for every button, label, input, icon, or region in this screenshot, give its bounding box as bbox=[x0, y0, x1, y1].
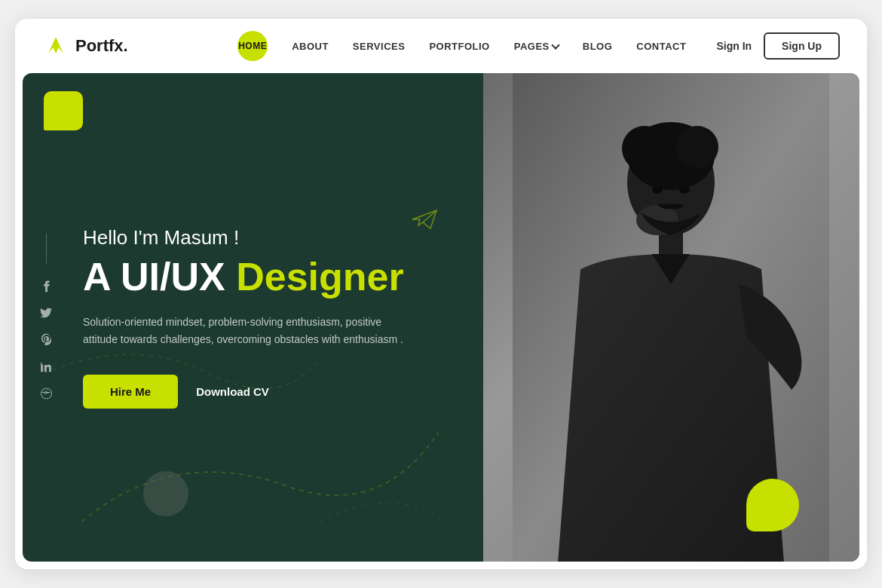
svg-point-7 bbox=[676, 126, 718, 168]
logo-icon bbox=[42, 32, 69, 60]
nav-item-contact[interactable]: CONTACT bbox=[636, 39, 686, 53]
logo-area: Portfx. bbox=[42, 32, 128, 60]
nav-link-pages[interactable]: PAGES bbox=[514, 41, 550, 52]
nav-link-portfolio[interactable]: PORTFOLIO bbox=[429, 41, 489, 52]
hero-title-part1: A UI/UX bbox=[83, 255, 236, 299]
svg-point-6 bbox=[622, 126, 667, 171]
page-wrapper: Portfx. HOME ABOUT SERVICES PORTFOLIO PA… bbox=[15, 19, 867, 569]
nav-actions: Sign In Sign Up bbox=[716, 32, 840, 60]
nav-item-pages[interactable]: PAGES bbox=[514, 41, 559, 52]
twitter-icon[interactable] bbox=[39, 308, 53, 320]
pages-dropdown-icon bbox=[551, 41, 559, 49]
hire-me-button[interactable]: Hire Me bbox=[83, 375, 178, 409]
hero-left-panel: stroke="rgba(255,255,255,0.6)" stroke-wi… bbox=[23, 73, 483, 562]
hero-content: Hello I'm Masum ! A UI/UX Designer Solut… bbox=[83, 226, 415, 409]
hero-photo bbox=[483, 73, 860, 562]
nav-link-about[interactable]: ABOUT bbox=[292, 41, 329, 52]
nav-item-services[interactable]: SERVICES bbox=[353, 39, 406, 53]
nav-link-services[interactable]: SERVICES bbox=[353, 41, 406, 52]
deco-blob bbox=[746, 479, 799, 531]
signin-button[interactable]: Sign In bbox=[716, 40, 752, 52]
hero-description: Solution-oriented mindset, problem-solvi… bbox=[83, 314, 415, 348]
hero-right-panel bbox=[483, 73, 860, 562]
dribbble-icon[interactable]: stroke="rgba(255,255,255,0.6)" stroke-wi… bbox=[39, 388, 53, 402]
facebook-icon[interactable] bbox=[39, 280, 53, 295]
linkedin-icon[interactable] bbox=[39, 362, 53, 375]
deco-square bbox=[44, 91, 83, 130]
signup-button[interactable]: Sign Up bbox=[764, 32, 840, 60]
navbar: Portfx. HOME ABOUT SERVICES PORTFOLIO PA… bbox=[15, 19, 867, 73]
hero-greeting: Hello I'm Masum ! bbox=[83, 226, 415, 250]
nav-item-portfolio[interactable]: PORTFOLIO bbox=[429, 39, 489, 53]
hero-buttons: Hire Me Download CV bbox=[83, 375, 415, 409]
nav-link-contact[interactable]: CONTACT bbox=[636, 41, 686, 52]
svg-marker-1 bbox=[50, 40, 62, 52]
nav-item-home[interactable]: HOME bbox=[237, 31, 268, 61]
nav-links: HOME ABOUT SERVICES PORTFOLIO PAGES BLOG… bbox=[237, 31, 686, 61]
pinterest-icon[interactable] bbox=[39, 334, 53, 348]
nav-item-about[interactable]: ABOUT bbox=[292, 39, 329, 53]
nav-link-home[interactable]: HOME bbox=[237, 31, 268, 61]
hero-section: stroke="rgba(255,255,255,0.6)" stroke-wi… bbox=[23, 73, 859, 562]
hero-title-highlight: Designer bbox=[236, 255, 404, 299]
brand-name: Portfx. bbox=[75, 36, 128, 56]
hero-title: A UI/UX Designer bbox=[83, 256, 415, 299]
deco-circle-bottom bbox=[143, 471, 188, 516]
social-line-top bbox=[46, 234, 47, 264]
svg-point-2 bbox=[41, 388, 51, 399]
download-cv-button[interactable]: Download CV bbox=[196, 385, 269, 398]
svg-point-11 bbox=[679, 186, 690, 194]
svg-point-10 bbox=[652, 186, 663, 194]
nav-item-blog[interactable]: BLOG bbox=[583, 39, 613, 53]
social-sidebar: stroke="rgba(255,255,255,0.6)" stroke-wi… bbox=[39, 234, 53, 402]
nav-link-blog[interactable]: BLOG bbox=[583, 41, 613, 52]
